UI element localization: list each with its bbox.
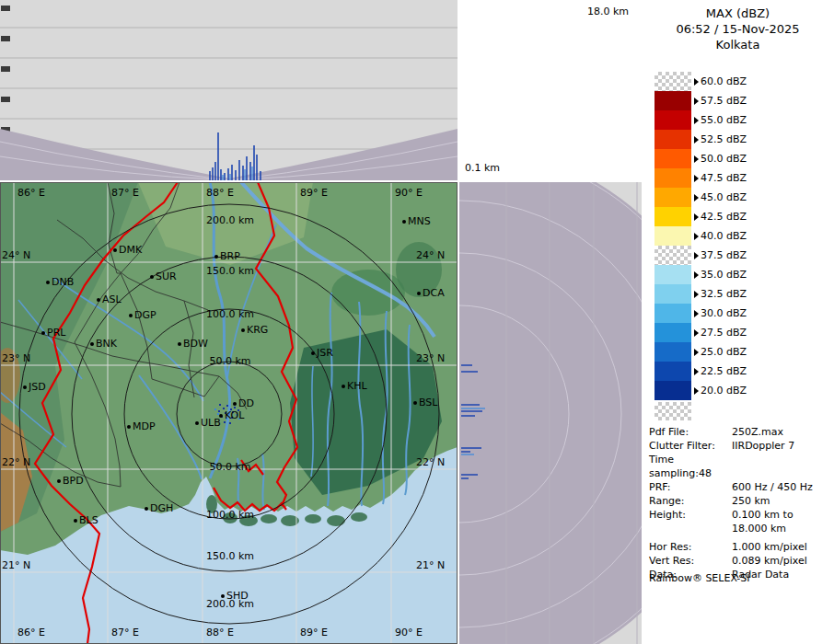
- dbz-scale-row: 42.5 dBZ: [654, 207, 747, 226]
- dbz-scale-label: 37.5 dBZ: [701, 249, 747, 261]
- dbz-scale-label: 45.0 dBZ: [701, 191, 747, 203]
- station-marker: [241, 328, 245, 332]
- dbz-scale-label: 52.5 dBZ: [701, 133, 747, 145]
- dbz-swatch: [654, 91, 691, 110]
- scale-tick-triangle: [694, 387, 699, 395]
- dbz-scale-row: 55.0 dBZ: [654, 110, 747, 130]
- vertical-profile-right-panel: [459, 182, 642, 644]
- latitude-label: 23° N: [2, 352, 30, 364]
- station-marker: [129, 314, 133, 317]
- scale-end-checker: [654, 402, 691, 420]
- station-label: DCA: [423, 287, 445, 299]
- longitude-label: 86° E: [17, 627, 45, 638]
- legend-info-label: Vert Res:: [649, 554, 732, 568]
- station-marker: [127, 425, 131, 429]
- station-label: DD: [238, 397, 254, 409]
- station-marker: [97, 298, 100, 302]
- scale-tick-triangle: [694, 98, 699, 105]
- dbz-scale-label: 25.0 dBZ: [701, 346, 747, 358]
- scale-tick-triangle: [694, 368, 699, 375]
- legend-titles: MAX (dBZ) 06:52 / 15-Nov-2025 Kolkata: [642, 6, 834, 52]
- longitude-label: 90° E: [395, 187, 423, 199]
- dbz-scale: 60.0 dBZ57.5 dBZ55.0 dBZ52.5 dBZ50.0 dBZ…: [654, 72, 747, 400]
- station-marker: [195, 421, 199, 425]
- dbz-scale-label: 40.0 dBZ: [701, 230, 747, 242]
- dbz-scale-label: 35.0 dBZ: [701, 269, 747, 281]
- dbz-scale-label: 20.0 dBZ: [701, 385, 747, 397]
- legend-info-value: 18.000 km: [732, 522, 786, 535]
- longitude-label: 87° E: [111, 187, 139, 199]
- height-axis-max-label: 18.0 km: [587, 6, 629, 17]
- range-ring-label: 50.0 km: [201, 461, 260, 473]
- dbz-swatch: [654, 149, 691, 168]
- dbz-swatch: [654, 130, 691, 149]
- station-label: BSL: [419, 397, 437, 408]
- legend-info: Pdf File:250Z.maxClutter Filter:IIRDoppl…: [649, 425, 831, 581]
- station-marker: [402, 220, 406, 224]
- beam-blind-zone: [459, 182, 642, 644]
- legend-info-row: Height:0.100 km to: [649, 508, 831, 522]
- dbz-swatch: [654, 323, 691, 342]
- scale-tick-triangle: [694, 78, 699, 86]
- legend-info-row: Time sampling:48: [649, 453, 831, 480]
- latitude-label: 22° N: [2, 456, 30, 468]
- dbz-scale-label: 57.5 dBZ: [701, 95, 747, 107]
- longitude-label: 87° E: [111, 627, 139, 638]
- dbz-scale-row: 52.5 dBZ: [654, 130, 747, 149]
- product-station: Kolkata: [642, 37, 834, 52]
- dbz-scale-label: 27.5 dBZ: [701, 327, 747, 339]
- top-profile-art: [0, 0, 458, 180]
- legend-panel: MAX (dBZ) 06:52 / 15-Nov-2025 Kolkata 60…: [642, 0, 834, 644]
- legend-info-label: [649, 522, 732, 535]
- legend-info-row: 18.000 km: [649, 522, 831, 535]
- dbz-scale-row: 30.0 dBZ: [654, 304, 747, 323]
- legend-info-label: Pdf File:: [649, 425, 732, 439]
- dbz-scale-label: 32.5 dBZ: [701, 288, 747, 300]
- legend-info-label: Hor Res:: [649, 540, 732, 554]
- station-marker: [46, 281, 50, 284]
- station-marker: [178, 342, 181, 346]
- dbz-swatch: [654, 72, 691, 91]
- longitude-label: 89° E: [300, 187, 328, 199]
- dbz-swatch: [654, 188, 691, 207]
- station-marker: [311, 351, 315, 355]
- software-brand: Rainbow® SELEX-SI: [649, 572, 750, 584]
- station-label: DGH: [150, 502, 173, 514]
- dbz-scale-row: 37.5 dBZ: [654, 246, 747, 265]
- legend-info-value: 250Z.max: [732, 425, 783, 439]
- range-ring-label: 150.0 km: [201, 265, 260, 277]
- latitude-label: 21° N: [416, 559, 445, 571]
- scale-tick-triangle: [694, 349, 699, 356]
- station-marker: [41, 331, 45, 335]
- legend-info-row: Vert Res:0.089 km/pixel: [649, 554, 831, 568]
- station-label: MDP: [133, 420, 156, 432]
- latitude-label: 21° N: [2, 559, 30, 571]
- legend-info-row: Pdf File:250Z.max: [649, 425, 831, 439]
- legend-info-label: Time sampling:48: [649, 453, 732, 480]
- station-label: SUR: [156, 270, 177, 282]
- station-label: BPD: [63, 475, 84, 487]
- station-label: ULB: [201, 417, 221, 429]
- station-label: DNB: [52, 276, 74, 288]
- station-marker: [90, 342, 94, 346]
- station-marker: [342, 385, 345, 388]
- range-ring-label: 200.0 km: [201, 598, 260, 610]
- station-label: JSD: [29, 381, 46, 393]
- legend-info-value: 0.089 km/pixel: [732, 554, 807, 568]
- legend-info-label: PRF:: [649, 480, 732, 494]
- dbz-swatch: [654, 362, 691, 381]
- station-label: BRP: [220, 250, 240, 262]
- scale-tick-triangle: [694, 329, 699, 337]
- station-label: ASL: [102, 293, 122, 305]
- dbz-swatch: [654, 342, 691, 362]
- legend-info-value: 0.100 km to: [732, 508, 793, 522]
- product-datetime: 06:52 / 15-Nov-2025: [642, 21, 834, 37]
- longitude-label: 90° E: [395, 627, 423, 638]
- station-marker: [113, 248, 117, 252]
- dbz-swatch: [654, 110, 691, 130]
- scale-tick-triangle: [694, 175, 699, 182]
- latitude-label: 23° N: [416, 352, 445, 364]
- dbz-scale-row: 27.5 dBZ: [654, 323, 747, 342]
- latitude-label: 24° N: [2, 249, 30, 261]
- dbz-scale-row: 47.5 dBZ: [654, 168, 747, 188]
